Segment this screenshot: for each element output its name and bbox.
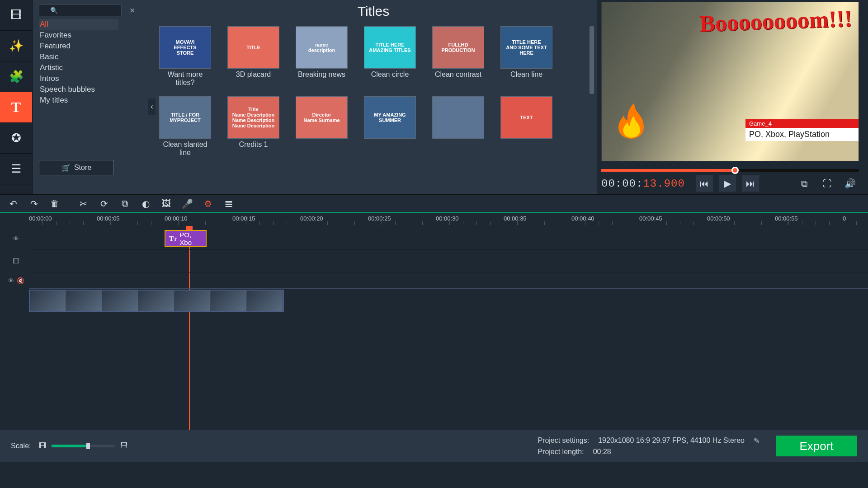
tile-thumb: TITLE HERE AND SOME TEXT HERE [500, 26, 552, 69]
undo-button[interactable]: ↶ [4, 195, 23, 212]
video-track[interactable] [29, 288, 868, 314]
eye-icon[interactable]: 👁 [13, 235, 19, 242]
title-tile[interactable]: MOVAVI EFFECTS STOREWant more titles? [159, 26, 211, 87]
category-item-speech-bubbles[interactable]: Speech bubbles [39, 84, 118, 95]
preview-panel: Boooooooom!!! Game_4 PO, Xbox, PlayStati… [597, 0, 868, 194]
category-item-favorites[interactable]: Favorites [39, 30, 118, 41]
title-tile[interactable]: TITLE / FOR MYPROJECTClean slanted line [159, 96, 211, 157]
preview-video[interactable]: Boooooooom!!! Game_4 PO, Xbox, PlayStati… [601, 2, 859, 161]
volume-icon: 🔊 [844, 178, 856, 189]
tile-thumb: name description [296, 26, 348, 69]
lower-third-bottom: PO, Xbox, PlayStation [745, 128, 859, 141]
eye-icon-2[interactable]: 👁 [8, 277, 14, 284]
ruler-tick: 00:00:50 [707, 215, 730, 222]
scale-control[interactable]: 🎞 🎞 [39, 442, 127, 450]
prev-frame-button[interactable]: ⏮ [696, 175, 713, 192]
category-item-featured[interactable]: Featured [39, 41, 118, 52]
title-tile[interactable]: TITLE3D placard [227, 26, 279, 87]
collapse-sidebar-handle[interactable]: ‹ [148, 99, 156, 115]
skip-back-icon: ⏮ [700, 178, 709, 189]
search-clear-button[interactable]: ✕ [129, 6, 135, 15]
equalizer-button[interactable]: 𝌆 [219, 195, 238, 212]
timecode-display: 00:00: 13.900 [601, 178, 685, 190]
clip-properties-button[interactable]: ⚙ [198, 195, 217, 212]
crop-button[interactable]: ⧉ [115, 195, 134, 212]
mute-icon[interactable]: 🔇 [17, 277, 24, 284]
fullscreen-button[interactable]: ⛶ [818, 175, 836, 192]
tile-thumb: TITLE HERE AMAZING TITLES [364, 26, 416, 69]
next-frame-button[interactable]: ⏭ [742, 175, 760, 192]
stickers-tab[interactable]: ✪ [0, 123, 32, 154]
play-button[interactable]: ▶ [719, 175, 736, 192]
zoom-out-icon[interactable]: 🎞 [39, 442, 46, 450]
redo-button[interactable]: ↷ [24, 195, 43, 212]
ruler-tick: 00:00:40 [571, 215, 594, 222]
length-value: 00:28 [593, 448, 611, 456]
title-tile[interactable]: MY AMAZING SUMMER [364, 96, 416, 157]
title-tile[interactable]: FULLHD PRODUCTIONClean contrast [432, 26, 484, 87]
browser-main: Titles MOVAVI EFFECTS STOREWant more tit… [150, 0, 597, 194]
title-clip[interactable]: TT PO, Xbo [165, 230, 207, 247]
titles-tab[interactable]: T [0, 92, 32, 123]
transitions-tab[interactable]: 🧩 [0, 61, 32, 92]
status-bar: Scale: 🎞 🎞 Project settings: 868x488 1… [0, 430, 868, 462]
category-list: AllFavoritesFeaturedBasicArtisticIntrosS… [39, 19, 118, 106]
title-tile[interactable]: TITLE HERE AND SOME TEXT HEREClean line [500, 26, 552, 87]
crop-icon: ⧉ [122, 198, 128, 209]
export-button[interactable]: Export [776, 436, 857, 456]
popout-icon: ⧉ [801, 178, 807, 189]
title-tile[interactable]: name descriptionBreaking news [296, 26, 348, 87]
title-tile[interactable]: TITLE HERE AMAZING TITLESClean circle [364, 26, 416, 87]
tile-thumb: MOVAVI EFFECTS STORE [159, 26, 211, 69]
delete-button[interactable]: 🗑 [45, 195, 64, 212]
rotate-icon: ⟳ [100, 198, 108, 209]
detach-preview-button[interactable]: ⧉ [795, 175, 813, 192]
category-item-intros[interactable]: Intros [39, 73, 118, 84]
store-label: Store [74, 164, 91, 172]
title-tiles-grid: MOVAVI EFFECTS STOREWant more titles?TIT… [150, 23, 597, 157]
gear-icon: ⚙ [204, 198, 212, 209]
video-clip-thumb [211, 291, 247, 311]
preview-progress[interactable] [601, 168, 859, 173]
overlay-track[interactable]: 🎞 [29, 249, 868, 272]
lower-third: Game_4 PO, Xbox, PlayStation [745, 119, 859, 141]
category-item-my-titles[interactable]: My titles [39, 95, 118, 106]
ruler-tick: 00:00:05 [97, 215, 120, 222]
media-import-tab[interactable]: 🎞 [0, 0, 32, 31]
ruler-tick: 00:00:10 [165, 215, 188, 222]
timeline-ruler[interactable]: 00:00:0000:00:0500:00:1000:00:1500:00:20… [29, 213, 868, 227]
zoom-in-icon[interactable]: 🎞 [120, 442, 127, 450]
audio-track[interactable]: 👁🔇 [29, 272, 868, 288]
color-button[interactable]: ◐ [136, 195, 155, 212]
titles-track[interactable]: 👁 TT PO, Xbo [29, 227, 868, 249]
tile-label: Breaking news [298, 70, 345, 79]
mic-record-button[interactable]: 🎤 [178, 195, 197, 212]
mic-icon: 🎤 [182, 198, 193, 209]
overlay-button[interactable]: 🖼 [157, 195, 176, 212]
category-item-basic[interactable]: Basic [39, 52, 118, 62]
store-button[interactable]: 🛒 Store [39, 160, 114, 175]
title-clip-label: PO, Xbo [179, 231, 202, 246]
edit-settings-button[interactable]: ✎ [754, 436, 760, 445]
overlay-text-boom: Boooooooom!!! [699, 5, 853, 37]
title-tile[interactable]: TEXT [500, 96, 552, 157]
title-tile[interactable] [432, 96, 484, 157]
title-tile[interactable]: Director Name Surname [296, 96, 348, 157]
rotate-button[interactable]: ⟳ [94, 195, 113, 212]
tile-label: Clean slanted line [159, 141, 211, 157]
tile-thumb: TITLE [227, 26, 279, 69]
cart-icon: 🛒 [61, 164, 71, 172]
browser-scrollbar[interactable] [590, 26, 594, 94]
video-clip-group[interactable] [29, 290, 284, 312]
tile-thumb: Title Name Description Name Description … [227, 96, 279, 139]
filters-tab[interactable]: ✨ [0, 31, 32, 61]
ruler-tick: 00:00:55 [775, 215, 798, 222]
star-badge-icon: ✪ [11, 131, 21, 145]
more-tab[interactable]: ☰ [0, 154, 32, 184]
category-item-artistic[interactable]: Artistic [39, 62, 118, 73]
tile-thumb: TITLE / FOR MYPROJECT [159, 96, 211, 139]
category-item-all[interactable]: All [39, 19, 118, 30]
title-tile[interactable]: Title Name Description Name Description … [227, 96, 279, 157]
cut-button[interactable]: ✂ [74, 195, 93, 212]
volume-button[interactable]: 🔊 [841, 175, 859, 192]
